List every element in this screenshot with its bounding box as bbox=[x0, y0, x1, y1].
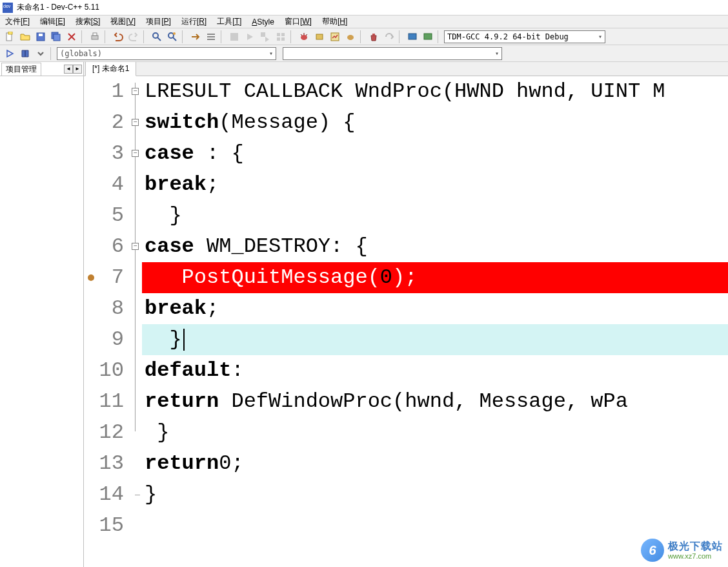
debug-bug-button[interactable] bbox=[343, 30, 358, 44]
gutter[interactable]: 123456789101112131415 bbox=[84, 76, 129, 567]
svg-rect-15 bbox=[207, 39, 215, 40]
code-line[interactable]: return 0; bbox=[142, 448, 728, 479]
run-button[interactable] bbox=[243, 30, 257, 44]
gutter-line[interactable]: 10 bbox=[84, 355, 124, 386]
svg-rect-29 bbox=[372, 34, 375, 36]
redo-button[interactable] bbox=[126, 30, 141, 44]
svg-point-10 bbox=[168, 33, 174, 38]
menu-f[interactable]: 文件[F] bbox=[3, 15, 32, 28]
gutter-line[interactable]: 5 bbox=[84, 200, 124, 231]
menu-w[interactable]: 窗口[W] bbox=[282, 15, 314, 28]
run-small-button[interactable] bbox=[3, 46, 17, 61]
sidebar-tab-project[interactable]: 项目管理 bbox=[1, 63, 41, 76]
menu-astyle[interactable]: AStyle bbox=[249, 17, 277, 27]
gutter-line[interactable]: 7 bbox=[84, 262, 124, 293]
menubar: 文件[F]编辑[E]搜索[S]视图[V]项目[P]运行[R]工具[T]AStyl… bbox=[0, 15, 728, 28]
sidebar-next-button[interactable]: ► bbox=[73, 65, 82, 74]
svg-rect-18 bbox=[277, 33, 280, 36]
debug-button[interactable] bbox=[297, 30, 311, 44]
save-button[interactable] bbox=[34, 30, 48, 44]
fold-toggle[interactable]: − bbox=[132, 243, 139, 250]
undo-button[interactable] bbox=[111, 30, 125, 44]
code-line[interactable]: LRESULT CALLBACK WndProc(HWND hwnd, UINT… bbox=[142, 76, 728, 107]
gutter-line[interactable]: 6 bbox=[84, 231, 124, 262]
goto-button[interactable] bbox=[188, 30, 203, 44]
gutter-line[interactable]: 8 bbox=[84, 293, 124, 324]
book-button[interactable] bbox=[18, 46, 32, 61]
save-all-button[interactable] bbox=[49, 30, 63, 44]
print-button[interactable] bbox=[88, 30, 102, 44]
new-file-button[interactable] bbox=[3, 30, 17, 44]
chevron-down-button[interactable] bbox=[34, 46, 48, 61]
fold-column[interactable]: −−−− bbox=[129, 76, 142, 567]
svg-rect-17 bbox=[261, 32, 265, 37]
find-button[interactable] bbox=[150, 30, 164, 44]
separator bbox=[105, 30, 108, 43]
code-line[interactable]: } bbox=[142, 479, 728, 510]
code-line[interactable]: switch(Message) { bbox=[142, 107, 728, 138]
code-line[interactable]: case : { bbox=[142, 138, 728, 169]
code-line[interactable]: } bbox=[142, 200, 728, 231]
menu-s[interactable]: 搜索[S] bbox=[73, 15, 103, 28]
text-cursor bbox=[183, 329, 185, 351]
gutter-line[interactable]: 9 bbox=[84, 324, 124, 355]
code-lines[interactable]: LRESULT CALLBACK WndProc(HWND hwnd, UINT… bbox=[142, 76, 728, 567]
gutter-line[interactable]: 13 bbox=[84, 448, 124, 479]
code-line[interactable]: return DefWindowProc(hwnd, Message, wPa bbox=[142, 386, 728, 417]
stop-debug-button[interactable] bbox=[312, 30, 327, 44]
code-line[interactable]: PostQuitMessage(0); bbox=[142, 262, 728, 293]
bookmark-toggle-button[interactable] bbox=[204, 30, 218, 44]
fold-toggle[interactable]: − bbox=[132, 119, 139, 126]
compile-run-button[interactable] bbox=[258, 30, 272, 44]
gutter-line[interactable]: 11 bbox=[84, 386, 124, 417]
svg-rect-26 bbox=[316, 34, 323, 39]
gutter-line[interactable]: 15 bbox=[84, 510, 124, 541]
code-line[interactable]: default: bbox=[142, 355, 728, 386]
gutter-line[interactable]: 14 bbox=[84, 479, 124, 510]
fold-toggle[interactable]: − bbox=[132, 88, 139, 95]
svg-line-24 bbox=[301, 34, 302, 36]
replace-button[interactable] bbox=[165, 30, 179, 44]
code-line[interactable] bbox=[142, 510, 728, 541]
screen2-button[interactable] bbox=[421, 30, 435, 44]
fold-toggle[interactable]: − bbox=[132, 150, 139, 157]
gutter-line[interactable]: 12 bbox=[84, 417, 124, 448]
code-line[interactable]: } bbox=[142, 324, 728, 355]
rebuild-button[interactable] bbox=[274, 30, 288, 44]
menu-e[interactable]: 编辑[E] bbox=[37, 15, 68, 28]
gutter-line[interactable]: 4 bbox=[84, 169, 124, 200]
menu-r[interactable]: 运行[R] bbox=[179, 15, 209, 28]
editor-tab-active[interactable]: [*] 未命名1 bbox=[85, 62, 136, 76]
compiler-select[interactable]: TDM-GCC 4.9.2 64-bit Debug bbox=[444, 30, 605, 43]
code-area[interactable]: 123456789101112131415 −−−− LRESULT CALLB… bbox=[84, 76, 728, 567]
app-icon bbox=[3, 3, 13, 13]
breakpoint-icon[interactable] bbox=[88, 274, 94, 281]
separator bbox=[290, 30, 294, 43]
globals-select[interactable]: (globals) bbox=[57, 47, 276, 60]
screen1-button[interactable] bbox=[405, 30, 420, 44]
gutter-line[interactable]: 2 bbox=[84, 107, 124, 138]
functions-select[interactable] bbox=[283, 47, 502, 60]
code-line[interactable]: break; bbox=[142, 293, 728, 324]
menu-p[interactable]: 项目[P] bbox=[143, 15, 174, 28]
svg-rect-6 bbox=[92, 36, 98, 39]
profile-button[interactable] bbox=[328, 30, 342, 44]
code-line[interactable]: case WM_DESTROY: { bbox=[142, 231, 728, 262]
menu-t[interactable]: 工具[T] bbox=[214, 15, 244, 28]
svg-rect-20 bbox=[277, 37, 280, 41]
gutter-line[interactable]: 1 bbox=[84, 76, 124, 107]
menu-v[interactable]: 视图[V] bbox=[108, 15, 138, 28]
sidebar-prev-button[interactable]: ◄ bbox=[64, 65, 73, 74]
separator bbox=[81, 30, 85, 43]
open-file-button[interactable] bbox=[18, 30, 32, 44]
gutter-line[interactable]: 3 bbox=[84, 138, 124, 169]
code-line[interactable]: } bbox=[142, 417, 728, 448]
compile-button[interactable] bbox=[227, 30, 241, 44]
step-over-button[interactable] bbox=[382, 30, 396, 44]
code-line[interactable]: break; bbox=[142, 169, 728, 200]
menu-h[interactable]: 帮助[H] bbox=[319, 15, 350, 28]
close-button[interactable] bbox=[65, 30, 79, 44]
svg-rect-16 bbox=[230, 33, 238, 41]
svg-rect-14 bbox=[207, 36, 215, 37]
clean-button[interactable] bbox=[367, 30, 381, 44]
